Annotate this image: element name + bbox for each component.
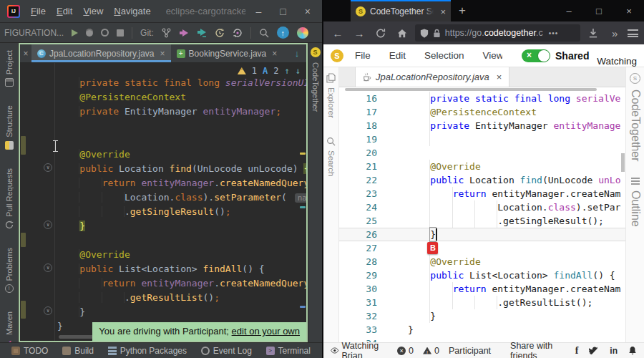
codetogether-session-icon[interactable] — [297, 27, 308, 39]
code-line[interactable]: 25 .getSingleResult(); — [339, 214, 625, 228]
download-icon[interactable] — [585, 28, 602, 39]
run-icon[interactable] — [72, 29, 78, 37]
linkedin-icon[interactable]: in — [610, 346, 618, 356]
home-icon[interactable] — [394, 28, 411, 39]
code-line[interactable]: @Override — [20, 248, 306, 262]
activity-outline[interactable]: Outline — [629, 190, 642, 227]
watching-status[interactable]: Watching Brian — [331, 341, 388, 358]
fold-marker-icon[interactable]: ∨ — [44, 306, 52, 315]
rollback-icon[interactable] — [233, 28, 243, 38]
code-line[interactable]: private static final long serialVersionU… — [20, 76, 306, 90]
tab-jpalocationrepository[interactable]: JpaLocationRepository.java × — [355, 67, 509, 87]
forward-button[interactable]: → — [351, 27, 368, 39]
warning-count[interactable]: 0 — [423, 346, 439, 356]
code-line[interactable]: 19 — [339, 132, 625, 146]
outline-icon[interactable] — [631, 178, 640, 185]
hidden-tab-close-icon[interactable]: × — [20, 44, 31, 62]
maximize-button[interactable]: □ — [584, 6, 614, 16]
codetogether-icon[interactable]: S — [311, 47, 321, 57]
bell-icon[interactable] — [628, 346, 637, 355]
history-icon[interactable] — [215, 28, 225, 38]
tab-close-icon[interactable]: × — [440, 6, 446, 17]
maximize-button[interactable]: □ — [280, 6, 286, 17]
update-project-icon[interactable]: ↑ — [277, 26, 289, 39]
code-line[interactable]: return entityManager.createNamedQuery(n — [20, 176, 306, 190]
close-button[interactable]: × — [305, 6, 311, 17]
hide-tabs-arrow-icon[interactable]: ↓ — [288, 44, 306, 62]
prev-issue-arrow[interactable]: ↑ — [285, 64, 290, 78]
tab-close-icon[interactable]: × — [272, 49, 277, 59]
code-line[interactable]: 29 public List<Location> findAll() { — [339, 268, 625, 282]
intellij-code-editor[interactable]: 1 A 2 ↑ ↓ ∨ ∨ ∨ ∨ — [20, 63, 306, 341]
code-line[interactable]: .getResultList(); — [20, 291, 306, 305]
role-status[interactable]: Participant — [449, 346, 491, 356]
search-icon[interactable] — [259, 28, 269, 38]
reload-icon[interactable] — [372, 28, 389, 39]
menu-file[interactable]: File — [355, 50, 371, 61]
code-line[interactable]: public List<Location> findAll() { — [20, 262, 306, 276]
toolstrip-pull-requests[interactable]: Pull Requests — [5, 168, 14, 229]
stop-icon[interactable] — [117, 29, 124, 37]
code-line[interactable]: 21 @Override — [339, 160, 625, 173]
code-line[interactable]: 23 return entityManager.createNam — [339, 187, 625, 200]
code-line[interactable]: 16 private static final long serialVe — [339, 92, 625, 105]
code-line[interactable]: @PersistenceContext — [20, 90, 306, 105]
tab-close-icon[interactable]: × — [160, 49, 165, 59]
code-line[interactable]: 17 @PersistenceContext — [339, 105, 625, 119]
browser-tab[interactable]: S CodeTogether Se × — [351, 0, 451, 21]
code-line[interactable]: 31 .getResultList(); — [339, 296, 625, 309]
git-pull-icon[interactable] — [197, 29, 207, 37]
fold-marker-icon[interactable]: ∨ — [44, 263, 52, 272]
codetogether-panel-icon[interactable]: S — [630, 73, 640, 84]
coverage-icon[interactable] — [101, 29, 109, 37]
page-actions-icon[interactable]: ••• — [549, 29, 559, 37]
code-line[interactable]: } — [20, 305, 306, 319]
code-line[interactable] — [20, 233, 306, 248]
error-count[interactable]: ×0 — [397, 346, 414, 356]
statusbar-todo[interactable]: TODO — [11, 346, 48, 356]
inspections-widget[interactable]: 1 A 2 ↑ ↓ — [238, 64, 301, 78]
shield-icon[interactable] — [420, 29, 429, 38]
horizontal-scrollbar[interactable] — [345, 88, 597, 91]
menu-file[interactable]: File — [31, 6, 46, 16]
statusbar-event-log[interactable]: Event Log — [201, 346, 252, 356]
git-push-icon[interactable] — [179, 29, 189, 37]
next-issue-arrow[interactable]: ↓ — [296, 64, 301, 78]
toolstrip-codetogether[interactable]: CodeTogether — [311, 62, 320, 112]
minimize-button[interactable]: – — [256, 6, 262, 17]
close-button[interactable]: × — [614, 6, 644, 16]
activity-codetogether[interactable]: CodeTogether — [629, 90, 642, 162]
code-line[interactable]: .getSingleResult(); — [20, 205, 306, 219]
error-stripe-mark[interactable] — [300, 206, 306, 208]
code-line[interactable]: 22 public Location find(UnLocode unLo — [339, 173, 625, 187]
watching-label[interactable]: Watching — [597, 56, 637, 67]
git-branch-icon[interactable] — [162, 28, 171, 38]
url-bar[interactable]: https://go.codetogether.c ••• — [415, 24, 580, 42]
code-line[interactable]: } — [20, 219, 306, 233]
activity-search[interactable]: Search — [326, 137, 336, 176]
code-line[interactable] — [20, 119, 306, 133]
code-line[interactable]: 34 — [339, 337, 625, 342]
twitter-icon[interactable] — [589, 347, 599, 355]
code-line[interactable]: Location.class).setParameter( na — [20, 190, 306, 205]
hamburger-menu-icon[interactable] — [628, 29, 638, 37]
menu-edit[interactable]: Edit — [389, 50, 406, 61]
code-line[interactable]: 32 } — [339, 309, 625, 323]
run-configuration-select[interactable]: FIGURATION... — [4, 28, 64, 38]
statusbar-terminal[interactable]: >Terminal — [266, 346, 311, 356]
menu-edit[interactable]: Edit — [57, 6, 72, 16]
statusbar-python-packages[interactable]: Python Packages — [108, 346, 187, 356]
menu-view[interactable]: View — [83, 6, 103, 16]
code-line[interactable]: 18 private EntityManager entityManage — [339, 119, 625, 132]
overflow-menu-icon[interactable]: » — [606, 27, 623, 39]
error-stripe-mark[interactable] — [300, 306, 306, 308]
code-line[interactable]: @Override — [20, 147, 306, 162]
toolstrip-structure[interactable]: Structure — [5, 105, 14, 150]
back-button[interactable]: ← — [329, 27, 346, 39]
code-line[interactable]: private EntityManager entityManager; — [20, 105, 306, 119]
vertical-scrollbar[interactable] — [621, 153, 625, 172]
webide-code-editor[interactable]: 16 private static final long serialVe17 … — [339, 87, 625, 342]
menu-selection[interactable]: Selection — [424, 50, 464, 61]
new-tab-button[interactable]: + — [451, 0, 474, 21]
toolstrip-project[interactable]: Project — [5, 50, 14, 87]
